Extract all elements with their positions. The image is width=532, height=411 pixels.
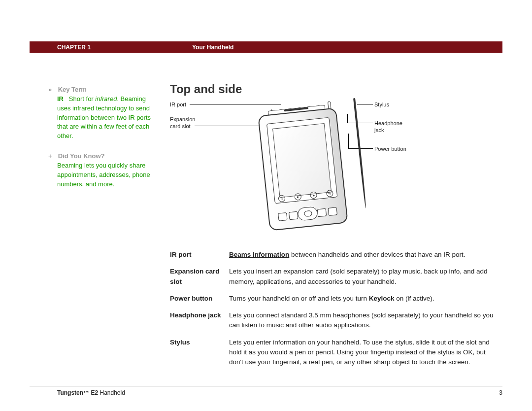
- did-you-know-heading: Did You Know?: [58, 152, 105, 160]
- chevron-right-icon: »: [48, 85, 56, 95]
- did-you-know-body: Beaming lets you quickly share appointme…: [57, 161, 160, 189]
- callout-line: [348, 148, 373, 149]
- callout-line: [347, 123, 373, 123]
- definition-desc: Beams information between handhelds and …: [229, 250, 498, 260]
- definition-row: IR port Beams information between handhe…: [170, 250, 498, 260]
- device-diagram: IR port Expansioncard slot Stylus Headph…: [170, 99, 498, 238]
- key-term-block: » Key Term IR Short for infrared. Beamin…: [57, 85, 160, 141]
- key-term-italic: infrared: [95, 95, 117, 103]
- definition-row: Stylus Lets you enter information on you…: [170, 338, 498, 368]
- footer-product: Tungsten™ E2 Handheld: [30, 389, 125, 396]
- definition-term: IR port: [170, 250, 229, 260]
- key-term-text-1: Short for: [69, 95, 95, 103]
- callout-line: [190, 104, 281, 104]
- handheld-illustration: ⌂ ★ ● ✎: [258, 107, 348, 231]
- callout-power-button: Power button: [374, 145, 406, 152]
- callout-line: [348, 134, 349, 148]
- did-you-know-block: + Did You Know? Beaming lets you quickly…: [57, 152, 160, 189]
- definition-term: Power button: [170, 294, 229, 304]
- callout-ir-port: IR port: [170, 101, 186, 108]
- key-term-body: IR Short for infrared. Beaming uses infr…: [57, 95, 160, 141]
- definition-term: Expansion card slot: [170, 267, 229, 287]
- plus-icon: +: [48, 152, 56, 161]
- page-number: 3: [499, 389, 502, 396]
- chapter-title: Your Handheld: [192, 44, 233, 51]
- definition-desc: Lets you connect standard 3.5 mm headpho…: [229, 310, 498, 331]
- chapter-header-bar: CHAPTER 1 Your Handheld: [30, 41, 502, 53]
- section-heading: Top and side: [170, 82, 498, 96]
- definitions-table: IR port Beams information between handhe…: [170, 250, 498, 367]
- stylus-illustration: [353, 98, 366, 208]
- callout-headphone-jack: Headphonejack: [374, 120, 402, 134]
- definition-row: Power button Turns your handheld on or o…: [170, 294, 498, 304]
- definition-desc: Lets you enter information on your handh…: [229, 338, 498, 368]
- key-term-heading: Key Term: [58, 86, 87, 93]
- definition-row: Expansion card slot Lets you insert an e…: [170, 267, 498, 287]
- callout-line: [347, 114, 348, 123]
- beams-information-link[interactable]: Beams information: [229, 251, 289, 258]
- sidebar: » Key Term IR Short for infrared. Beamin…: [30, 85, 170, 374]
- definition-desc: Turns your handheld on or off and lets y…: [229, 294, 498, 304]
- page-footer: Tungsten™ E2 Handheld 3: [30, 386, 502, 396]
- main-content: Top and side IR port Expansioncard slot …: [170, 85, 502, 374]
- keylock-term: Keylock: [369, 295, 395, 302]
- definition-term: Headphone jack: [170, 310, 229, 331]
- definition-row: Headphone jack Lets you connect standard…: [170, 310, 498, 331]
- chapter-label: CHAPTER 1: [30, 44, 192, 51]
- definition-term: Stylus: [170, 338, 229, 368]
- callout-line: [357, 104, 373, 104]
- callout-expansion-slot: Expansioncard slot: [170, 116, 195, 130]
- definition-desc: Lets you insert an expansion card (sold …: [229, 267, 498, 287]
- key-term-ir-label: IR: [57, 95, 64, 103]
- callout-stylus: Stylus: [374, 101, 389, 108]
